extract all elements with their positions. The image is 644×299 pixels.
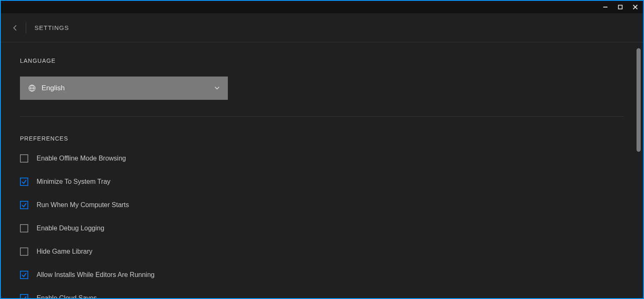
preference-row[interactable]: Enable Debug Logging — [20, 224, 624, 232]
checkbox[interactable] — [20, 154, 28, 163]
minimize-button[interactable] — [602, 3, 609, 11]
app-window: SETTINGS LANGUAGE English PREFERENCES En… — [1, 1, 643, 298]
check-icon — [21, 179, 27, 185]
titlebar-controls — [602, 3, 639, 11]
checkbox[interactable] — [20, 224, 28, 232]
preference-label: Enable Cloud Saves — [37, 294, 97, 298]
close-icon — [632, 4, 638, 10]
checkbox[interactable] — [20, 201, 28, 209]
preferences-list: Enable Offline Mode BrowsingMinimize To … — [20, 154, 624, 298]
preference-label: Minimize To System Tray — [37, 178, 111, 185]
language-selected-value: English — [42, 84, 215, 92]
chevron-left-icon — [13, 25, 17, 31]
header: SETTINGS — [1, 13, 643, 42]
close-button[interactable] — [632, 3, 639, 11]
checkbox[interactable] — [20, 178, 28, 186]
preference-row[interactable]: Enable Offline Mode Browsing — [20, 154, 624, 163]
chevron-down-icon — [215, 86, 220, 90]
titlebar — [1, 1, 643, 13]
section-divider — [20, 116, 624, 117]
scrollbar-track[interactable] — [637, 48, 641, 295]
minimize-icon — [603, 5, 608, 10]
preference-label: Hide Game Library — [37, 248, 92, 255]
checkbox[interactable] — [20, 247, 28, 256]
page-title: SETTINGS — [35, 24, 69, 31]
preference-label: Allow Installs While Editors Are Running — [37, 271, 155, 279]
check-icon — [21, 272, 27, 278]
preference-row[interactable]: Hide Game Library — [20, 247, 624, 256]
check-icon — [21, 295, 27, 298]
scrollbar-thumb[interactable] — [637, 48, 641, 152]
preference-row[interactable]: Enable Cloud Saves — [20, 294, 624, 298]
preferences-section-title: PREFERENCES — [20, 135, 624, 142]
check-icon — [21, 202, 27, 208]
preference-row[interactable]: Allow Installs While Editors Are Running — [20, 271, 624, 279]
content-wrapper: LANGUAGE English PREFERENCES Enable Offl… — [1, 42, 643, 298]
preference-label: Enable Debug Logging — [37, 225, 104, 232]
preference-row[interactable]: Run When My Computer Starts — [20, 201, 624, 209]
checkbox[interactable] — [20, 271, 28, 279]
content: LANGUAGE English PREFERENCES Enable Offl… — [1, 42, 634, 298]
header-divider — [26, 22, 26, 34]
back-button[interactable] — [10, 23, 20, 33]
preference-row[interactable]: Minimize To System Tray — [20, 178, 624, 186]
globe-icon — [28, 84, 36, 92]
language-section-title: LANGUAGE — [20, 57, 624, 64]
preference-label: Run When My Computer Starts — [37, 201, 129, 209]
checkbox[interactable] — [20, 294, 28, 298]
language-dropdown[interactable]: English — [20, 77, 228, 100]
maximize-icon — [618, 5, 623, 10]
preference-label: Enable Offline Mode Browsing — [37, 155, 126, 162]
svg-rect-1 — [619, 5, 622, 9]
maximize-button[interactable] — [617, 3, 624, 11]
